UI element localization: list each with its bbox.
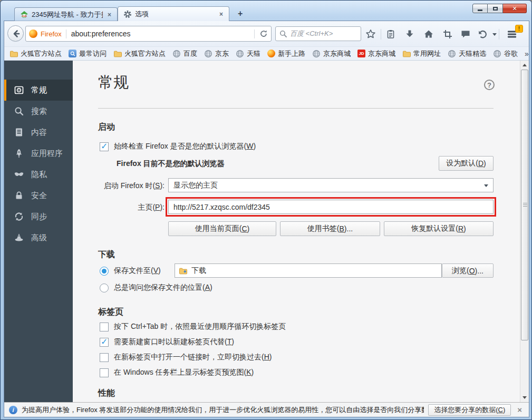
bookmark-label: 新手上路 [278, 49, 305, 58]
back-button[interactable] [7, 25, 24, 42]
scrollbar-thumb[interactable] [521, 70, 528, 340]
screenshot-crop-button[interactable] [442, 28, 453, 40]
folder-icon [402, 50, 411, 58]
restore-default-button[interactable]: 恢复默认设置(R) [384, 221, 494, 236]
page-title: 常规 [98, 72, 129, 93]
bookmark-item[interactable]: 常用网址 [402, 49, 441, 58]
bookmark-item[interactable]: 京东 [204, 49, 229, 58]
bookmarks-overflow-button[interactable]: » [525, 50, 529, 58]
triangle-down-icon [523, 396, 527, 399]
urlbar-divider [254, 30, 255, 38]
performance-section-header: 性能 [98, 388, 115, 399]
scroll-down-button[interactable] [520, 393, 529, 402]
bookmark-star-button[interactable] [365, 28, 376, 40]
sidebar-label: 搜索 [31, 106, 47, 116]
new-window-as-tab-checkbox[interactable] [100, 338, 109, 347]
bookmarks-menu-button[interactable] [385, 28, 396, 40]
tab-2345[interactable]: 2345 2345网址导航 - 致力于打造 × [14, 7, 118, 21]
maximize-button[interactable] [488, 4, 503, 13]
vertical-scrollbar[interactable] [520, 61, 529, 402]
sidebar-item-search[interactable]: 搜索 [4, 101, 73, 122]
taskbar-preview-checkbox[interactable] [100, 368, 109, 377]
tab-options[interactable]: 选项 × [118, 6, 229, 21]
globe-icon [312, 50, 321, 58]
switch-immediately-checkbox[interactable] [100, 353, 109, 362]
bookmark-label: 百度 [183, 49, 197, 58]
startup-section-header: 启动 [98, 122, 115, 133]
window-controls: ✕ [472, 4, 527, 13]
help-button[interactable]: ? [484, 80, 495, 90]
sidebar-item-advanced[interactable]: 高级 [4, 227, 73, 248]
sidebar-label: 常规 [31, 85, 47, 95]
search-box[interactable]: 百度 <Ctrl+K> [275, 26, 361, 41]
use-bookmark-button[interactable]: 使用书签(B)... [280, 221, 380, 236]
sync-icon [14, 211, 24, 222]
always-check-checkbox[interactable] [100, 142, 109, 151]
sidebar-item-content[interactable]: 内容 [4, 122, 73, 143]
undo-dropdown-button[interactable] [491, 28, 498, 40]
sidebar-item-applications[interactable]: 应用程序 [4, 143, 73, 164]
choose-shared-data-button[interactable]: 选择您要分享的数据(C) [428, 404, 511, 416]
minimize-button[interactable] [472, 4, 488, 13]
bookmark-item[interactable]: 新手上路 [267, 49, 305, 58]
set-default-button[interactable]: 设为默认(D) [439, 156, 494, 171]
bookmark-item[interactable]: 百度 [172, 49, 197, 58]
startup-when-select[interactable]: 显示您的主页 [168, 178, 494, 192]
reload-icon[interactable] [259, 30, 268, 38]
sidebar-item-general[interactable]: 常规 [4, 80, 73, 101]
ctrl-tab-checkbox[interactable] [100, 323, 109, 331]
bookmark-item[interactable]: 火狐官方站点 [9, 49, 62, 58]
new-tab-button[interactable]: + [234, 9, 246, 19]
bookmark-item[interactable]: 天猫精选 [448, 49, 486, 58]
always-ask-radio[interactable] [100, 284, 109, 292]
menu-button[interactable]: ! [502, 27, 522, 41]
back-arrow-icon [11, 29, 21, 38]
url-bar[interactable]: Firefox about:preferences [25, 26, 272, 42]
star-icon [365, 29, 376, 40]
menu-alert-badge: ! [515, 25, 523, 33]
feedback-chat-button[interactable] [460, 28, 471, 40]
sidebar-item-security[interactable]: 安全 [4, 185, 73, 206]
bookmark-label: 京东 [215, 49, 229, 58]
tab-title: 选项 [135, 9, 215, 19]
save-to-radio[interactable] [100, 267, 109, 276]
sidebar-item-sync[interactable]: 同步 [4, 206, 73, 227]
scroll-up-button[interactable] [520, 61, 529, 70]
title-divider [98, 108, 494, 109]
gear-icon [123, 10, 132, 18]
bookmark-item[interactable]: 火狐官方站点 [113, 49, 166, 58]
tab-title: 2345网址导航 - 致力于打造 [32, 10, 103, 19]
toolbar-separator [499, 29, 499, 40]
bookmark-item[interactable]: 谷歌 [493, 49, 518, 58]
close-icon: ✕ [512, 5, 517, 12]
always-ask-row: 总是询问您保存文件的位置(A) [98, 281, 212, 294]
undo-button[interactable] [477, 28, 488, 40]
new-window-as-tab-row: 需要新建窗口时以新建标签页代替(T) [98, 336, 234, 348]
tab-close-button[interactable]: × [106, 11, 113, 18]
mask-icon [14, 169, 24, 180]
close-window-button[interactable]: ✕ [503, 4, 527, 13]
folder-icon [9, 50, 18, 58]
bookmark-item[interactable]: JD 京东商城 [357, 49, 395, 58]
sidebar-item-privacy[interactable]: 隐私 [4, 164, 73, 185]
bookmark-label: 火狐官方站点 [124, 49, 166, 58]
jd-icon: JD [357, 50, 365, 57]
browser-chrome: Firefox about:preferences 百度 <Ctrl+K> [4, 21, 529, 417]
download-folder-field[interactable]: 下载 [175, 263, 442, 278]
always-check-label: 始终检查 Firefox 是否是您的默认浏览器(W) [114, 142, 256, 151]
bookmark-item[interactable]: 京东商城 [312, 49, 351, 58]
browse-button[interactable]: 浏览(O)... [442, 263, 494, 278]
most-visited-icon [69, 50, 76, 57]
homepage-input[interactable]: http://5217.xzqsc.com/df2345 [168, 200, 494, 214]
use-current-page-button[interactable]: 使用当前页面(C) [168, 221, 276, 236]
tab-close-button[interactable]: × [218, 11, 225, 18]
sidebar-label: 高级 [31, 233, 47, 243]
downloads-button[interactable] [404, 28, 415, 40]
bookmark-item[interactable]: 天猫 [236, 49, 260, 58]
bookmark-item[interactable]: 最常访问 [69, 49, 107, 58]
home-button[interactable] [423, 28, 434, 40]
notification-close-button[interactable]: × [515, 405, 524, 414]
not-default-status: Firefox 目前不是您的默认浏览器 [117, 159, 225, 169]
url-text[interactable]: about:preferences [71, 30, 254, 38]
lock-icon [14, 190, 24, 201]
